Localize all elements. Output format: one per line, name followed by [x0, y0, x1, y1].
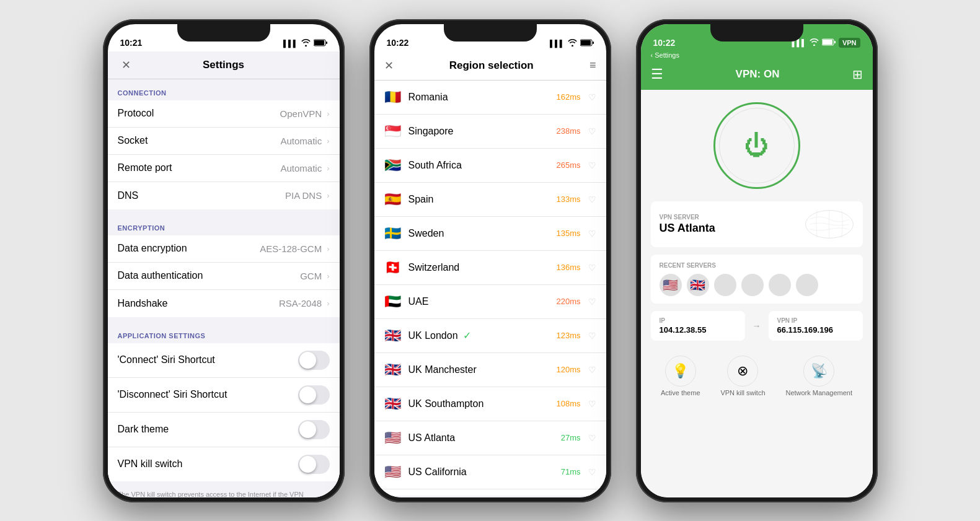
- data-encryption-row[interactable]: Data encryption AES-128-GCM ›: [108, 235, 340, 263]
- favorite-icon[interactable]: ♡: [588, 433, 596, 443]
- list-item[interactable]: 🇪🇸 Spain 133ms ♡: [374, 183, 606, 217]
- region-name: Romania: [408, 92, 549, 103]
- data-auth-value: GCM ›: [300, 271, 329, 281]
- power-icon: ⏻: [744, 131, 769, 159]
- favorite-icon[interactable]: ♡: [588, 297, 596, 307]
- favorite-icon[interactable]: ♡: [588, 92, 596, 102]
- region-name: US California: [408, 466, 554, 478]
- signal-icon-1: ▌▌▌: [283, 40, 298, 47]
- arrow-icon: →: [753, 311, 761, 341]
- favorite-icon[interactable]: ♡: [588, 195, 596, 204]
- handshake-row[interactable]: Handshake RSA-2048 ›: [108, 290, 340, 317]
- favorite-icon[interactable]: ♡: [588, 399, 596, 409]
- favorite-icon[interactable]: ♡: [588, 467, 596, 477]
- recent-flag-3[interactable]: [714, 274, 736, 296]
- list-item[interactable]: 🇺🇸 US Atlanta 27ms ♡: [374, 421, 606, 455]
- recent-flag-6[interactable]: [796, 274, 818, 296]
- menu-button[interactable]: ☰: [651, 66, 663, 82]
- ip-label: IP: [660, 317, 736, 324]
- protocol-value: OpenVPN ›: [280, 108, 330, 119]
- list-item[interactable]: 🇬🇧 UK Southampton 108ms ♡: [374, 387, 606, 421]
- region-name: Spain: [408, 194, 549, 205]
- disconnect-siri-toggle[interactable]: [298, 385, 330, 405]
- flag-icon: 🇪🇸: [384, 191, 401, 208]
- data-encryption-label: Data encryption: [118, 243, 187, 254]
- region-name: UK Southampton: [408, 398, 549, 409]
- favorite-icon[interactable]: ♡: [588, 160, 596, 170]
- recent-label: RECENT SERVERS: [660, 262, 854, 269]
- protocol-label: Protocol: [118, 108, 154, 119]
- flag-icon: 🇨🇭: [384, 260, 401, 276]
- power-button[interactable]: ⏻: [713, 102, 800, 189]
- close-button-2[interactable]: ✕: [384, 59, 394, 72]
- recent-flag-uk[interactable]: 🇬🇧: [687, 274, 709, 296]
- wifi-icon-2: [568, 39, 577, 48]
- list-item[interactable]: 🇨🇭 Switzerland 136ms ♡: [374, 251, 606, 285]
- wifi-icon-1: [301, 39, 311, 48]
- remote-port-row[interactable]: Remote port Automatic ›: [108, 155, 340, 182]
- list-item[interactable]: 🇺🇸 US Chicago 36ms ♡: [374, 489, 606, 496]
- protocol-row[interactable]: Protocol OpenVPN ›: [108, 100, 340, 128]
- connect-siri-toggle[interactable]: [298, 351, 330, 370]
- favorite-icon[interactable]: ♡: [588, 331, 596, 341]
- ping-value: 108ms: [556, 399, 580, 408]
- ping-value: 120ms: [556, 365, 580, 374]
- list-item[interactable]: 🇺🇸 US California 71ms ♡: [374, 455, 606, 489]
- time-2: 10:22: [387, 38, 409, 48]
- vpn-ip-box: VPN IP 66.115.169.196: [769, 311, 863, 341]
- list-item[interactable]: 🇬🇧 UK Manchester 120ms ♡: [374, 353, 606, 387]
- kill-switch-note: The VPN kill switch prevents access to t…: [108, 486, 340, 497]
- kill-switch-label: VPN kill switch: [118, 458, 183, 470]
- bottom-icons: 💡 Active theme ⊗ VPN kill switch 📡 Netwo…: [651, 351, 863, 401]
- list-item[interactable]: 🇿🇦 South Africa 265ms ♡: [374, 149, 606, 183]
- close-button-1[interactable]: ✕: [118, 56, 135, 74]
- favorite-icon[interactable]: ♡: [588, 126, 596, 136]
- list-item[interactable]: 🇸🇬 Singapore 238ms ♡: [374, 115, 606, 149]
- kill-switch-toggle[interactable]: [298, 455, 330, 474]
- recent-flag-us[interactable]: 🇺🇸: [660, 274, 682, 296]
- recent-flag-5[interactable]: [769, 274, 791, 296]
- ping-value: 133ms: [556, 195, 580, 204]
- favorite-icon[interactable]: ♡: [588, 229, 596, 239]
- vpn-badge: VPN: [839, 38, 860, 48]
- favorite-icon[interactable]: ♡: [588, 365, 596, 375]
- status-icons-3: ▌▌▌ VPN: [792, 38, 860, 48]
- list-item[interactable]: 🇷🇴 Romania 162ms ♡: [374, 81, 606, 115]
- list-item[interactable]: 🇸🇪 Sweden 135ms ♡: [374, 217, 606, 251]
- ping-value: 162ms: [556, 92, 580, 102]
- network-mgmt-item[interactable]: 📡 Network Management: [785, 356, 852, 396]
- dns-row[interactable]: DNS PIA DNS ›: [108, 182, 340, 209]
- socket-row[interactable]: Socket Automatic ›: [108, 128, 340, 155]
- active-theme-item[interactable]: 💡 Active theme: [661, 356, 700, 396]
- list-item[interactable]: 🇬🇧 UK London ✓ 123ms ♡: [374, 319, 606, 353]
- time-3: 10:22: [653, 38, 676, 48]
- vpn-body: ⏻ VPN SERVER US Atlanta: [641, 90, 873, 497]
- vpn-title: VPN: ON: [736, 68, 780, 81]
- kill-switch-item[interactable]: ⊗ VPN kill switch: [720, 356, 765, 396]
- phone-settings: 10:21 ▌▌▌ ✕ Settings CONNECTION: [103, 19, 345, 502]
- dark-theme-toggle[interactable]: [298, 420, 330, 439]
- ip-section: IP 104.12.38.55 → VPN IP 66.115.169.196: [651, 311, 863, 341]
- svg-rect-4: [581, 40, 591, 45]
- server-name: US Atlanta: [660, 222, 715, 235]
- connect-siri-label: 'Connect' Siri Shortcut: [118, 354, 215, 366]
- data-auth-row[interactable]: Data authentication GCM ›: [108, 263, 340, 290]
- notch-3: [710, 24, 803, 42]
- region-nav: ✕ Region selection ≡: [374, 51, 606, 81]
- battery-icon-3: [822, 38, 836, 47]
- phone-regions: 10:22 ▌▌▌ ✕ Region selection ≡ 🇷🇴: [369, 19, 611, 502]
- network-mgmt-icon: 📡: [803, 356, 834, 387]
- list-item[interactable]: 🇦🇪 UAE 220ms ♡: [374, 285, 606, 319]
- svg-rect-2: [326, 42, 327, 44]
- ip-value: 104.12.38.55: [660, 325, 736, 335]
- settings-back[interactable]: ‹ Settings: [641, 51, 873, 61]
- filter-button[interactable]: ≡: [589, 59, 596, 72]
- battery-icon-1: [314, 39, 327, 48]
- remote-port-value: Automatic ›: [280, 163, 329, 173]
- favorite-icon[interactable]: ♡: [588, 263, 596, 273]
- vpn-header: ☰ VPN: ON ⊞: [641, 61, 873, 90]
- grid-button[interactable]: ⊞: [852, 67, 863, 82]
- battery-icon-2: [580, 39, 594, 48]
- handshake-label: Handshake: [118, 298, 168, 309]
- recent-flag-4[interactable]: [741, 274, 764, 296]
